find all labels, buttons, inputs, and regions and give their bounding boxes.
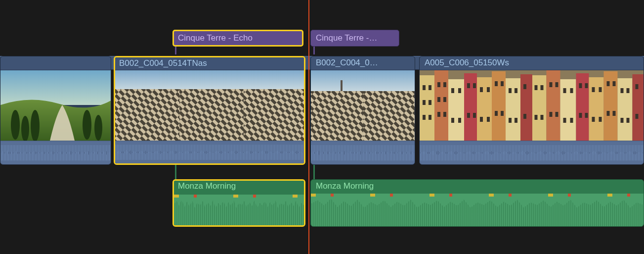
svg-rect-91 — [556, 112, 558, 117]
svg-rect-95 — [585, 113, 588, 118]
svg-rect-65 — [532, 75, 547, 141]
svg-point-1 — [11, 110, 20, 140]
svg-rect-86 — [627, 88, 630, 93]
svg-rect-49 — [423, 115, 426, 120]
svg-rect-75 — [550, 82, 553, 87]
video-clip-2[interactable]: B002_C004_0… — [310, 56, 415, 165]
title-clip-cinque-terre-2[interactable]: Cinque Terre -… — [310, 30, 399, 47]
svg-rect-44 — [495, 81, 498, 86]
clip-name: A005_C006_05150Ws — [425, 58, 509, 67]
svg-rect-80 — [585, 83, 588, 88]
audio-clip-header: Monza Morning — [311, 180, 644, 194]
clip-header — [0, 56, 111, 70]
thumbnail — [244, 70, 304, 141]
thumbnail — [179, 70, 244, 141]
svg-rect-22 — [420, 75, 434, 141]
svg-rect-50 — [429, 115, 431, 120]
clip-header: A005_C006_05150Ws — [420, 56, 644, 70]
svg-rect-32 — [423, 100, 426, 105]
svg-rect-97 — [599, 117, 602, 122]
svg-rect-89 — [541, 115, 544, 120]
svg-rect-35 — [443, 82, 446, 87]
svg-rect-26 — [477, 77, 492, 141]
svg-rect-83 — [607, 81, 610, 86]
svg-rect-71 — [618, 78, 633, 141]
svg-point-3 — [31, 110, 40, 141]
thumb-strip — [0, 70, 111, 141]
svg-rect-33 — [429, 100, 431, 105]
svg-rect-67 — [560, 79, 576, 141]
svg-rect-0 — [0, 70, 111, 105]
title-connector — [175, 47, 176, 54]
title-clip-label: Cinque Terre -… — [316, 33, 377, 43]
title-clip-label: Cinque Terre - Echo — [178, 33, 253, 43]
svg-rect-69 — [589, 77, 604, 141]
svg-rect-48 — [523, 84, 526, 89]
clip-audio-waveform — [420, 141, 644, 164]
svg-rect-20 — [363, 91, 415, 141]
svg-rect-85 — [621, 88, 624, 93]
clip-name: B002_C004_0514TNas — [119, 58, 207, 68]
audio-connector — [175, 165, 176, 180]
svg-rect-84 — [613, 81, 616, 86]
svg-rect-13 — [179, 89, 244, 141]
svg-rect-40 — [467, 83, 470, 88]
svg-rect-53 — [451, 118, 454, 123]
clip-audio-waveform — [115, 141, 304, 163]
svg-rect-58 — [487, 117, 490, 122]
svg-rect-79 — [579, 83, 582, 88]
thumb-strip — [115, 70, 304, 141]
thumbnail — [311, 70, 363, 141]
svg-rect-66 — [547, 70, 560, 141]
thumbnail — [0, 70, 111, 141]
svg-rect-94 — [579, 113, 582, 118]
svg-rect-39 — [458, 88, 461, 93]
svg-rect-16 — [311, 70, 363, 91]
clip-name: B002_C004_0… — [316, 58, 378, 67]
svg-rect-43 — [487, 87, 490, 92]
svg-rect-11 — [115, 89, 179, 141]
title-clip-cinque-terre-echo[interactable]: Cinque Terre - Echo — [172, 30, 303, 47]
clip-header: B002_C004_0… — [311, 56, 415, 70]
svg-rect-54 — [458, 118, 461, 123]
svg-rect-88 — [535, 115, 538, 120]
clip-audio-waveform — [0, 141, 111, 164]
title-connector — [313, 47, 315, 54]
video-clip-0[interactable] — [0, 56, 111, 165]
thumb-strip — [420, 70, 644, 141]
svg-rect-78 — [570, 88, 573, 93]
svg-rect-82 — [599, 87, 602, 92]
playhead[interactable] — [308, 0, 309, 254]
audio-clip-monza-2[interactable]: Monza Morning — [310, 179, 644, 227]
video-clip-1[interactable]: B002_C004_0514TNas — [114, 56, 305, 165]
audio-clip-name: Monza Morning — [316, 181, 374, 191]
timeline[interactable]: Cinque Terre - Echo Cinque Terre -… — [0, 0, 644, 254]
svg-rect-34 — [437, 82, 440, 87]
svg-rect-10 — [115, 70, 179, 89]
thumb-strip — [311, 70, 415, 141]
audio-clip-monza-1[interactable]: Monza Morning — [172, 179, 305, 227]
svg-rect-92 — [563, 118, 566, 123]
audio-connector — [313, 165, 315, 180]
svg-rect-15 — [244, 89, 304, 141]
audio-waveform — [311, 194, 644, 227]
svg-rect-93 — [570, 118, 573, 123]
svg-rect-99 — [613, 111, 616, 116]
clip-audio-waveform — [311, 141, 415, 164]
svg-rect-24 — [448, 79, 464, 141]
svg-rect-28 — [506, 78, 520, 141]
svg-rect-87 — [636, 84, 639, 89]
svg-rect-31 — [429, 85, 431, 90]
svg-rect-23 — [434, 70, 448, 141]
svg-rect-55 — [467, 113, 470, 118]
svg-rect-38 — [451, 88, 454, 93]
svg-rect-51 — [437, 112, 440, 117]
svg-rect-19 — [363, 70, 415, 91]
video-clip-3[interactable]: A005_C006_05150Ws — [419, 56, 644, 165]
svg-rect-59 — [495, 111, 498, 116]
audio-clip-header: Monza Morning — [174, 181, 304, 195]
svg-rect-73 — [535, 85, 538, 90]
svg-rect-76 — [556, 82, 558, 87]
svg-rect-100 — [621, 118, 624, 123]
svg-rect-41 — [473, 83, 476, 88]
